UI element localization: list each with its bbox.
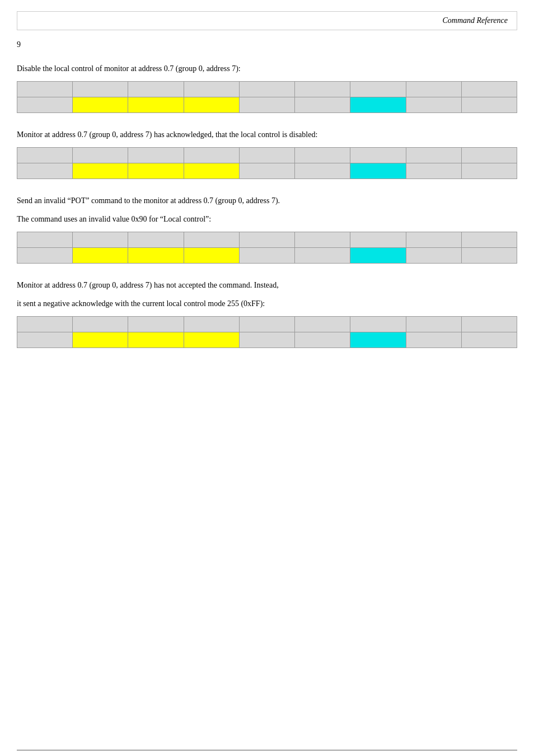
grid-cell (461, 248, 517, 264)
grid-cell-cyan (350, 163, 406, 179)
content-area: Disable the local control of monitor at … (17, 63, 517, 348)
grid-cell (350, 148, 406, 163)
grid-cell (295, 97, 350, 113)
grid-row (17, 148, 517, 163)
grid-cell (239, 248, 294, 264)
grid-cell-cyan (350, 332, 406, 348)
grid-cell (406, 332, 461, 348)
grid-cell-yellow (73, 332, 128, 348)
grid-cell (17, 97, 73, 113)
command-grid-4 (17, 316, 517, 348)
section-4-description-1: Monitor at address 0.7 (group 0, address… (17, 279, 517, 291)
section-1-description: Disable the local control of monitor at … (17, 63, 517, 74)
grid-cell (239, 148, 294, 163)
section-3-description-1: Send an invalid “POT” command to the mon… (17, 195, 517, 206)
grid-row (17, 163, 517, 179)
grid-cell (406, 97, 461, 113)
section-3: Send an invalid “POT” command to the mon… (17, 195, 517, 264)
grid-cell (128, 148, 184, 163)
grid-cell-yellow (128, 163, 184, 179)
grid-cell (128, 82, 184, 97)
grid-cell-yellow (128, 332, 184, 348)
grid-cell (406, 232, 461, 248)
grid-cell (239, 332, 294, 348)
grid-cell-yellow (184, 97, 239, 113)
grid-cell (406, 248, 461, 264)
grid-row (17, 82, 517, 97)
grid-cell-yellow (184, 332, 239, 348)
section-2: Monitor at address 0.7 (group 0, address… (17, 129, 517, 179)
grid-cell (17, 332, 73, 348)
grid-cell-yellow (73, 163, 128, 179)
grid-cell (128, 317, 184, 332)
grid-cell (350, 317, 406, 332)
grid-cell (295, 232, 350, 248)
grid-cell (461, 317, 517, 332)
grid-cell (295, 317, 350, 332)
grid-cell (350, 232, 406, 248)
grid-cell (461, 148, 517, 163)
grid-cell-yellow (73, 248, 128, 264)
grid-cell (17, 232, 73, 248)
grid-cell-yellow (184, 163, 239, 179)
grid-cell (295, 163, 350, 179)
command-grid-3 (17, 232, 517, 264)
grid-cell-yellow (73, 97, 128, 113)
grid-cell (73, 148, 128, 163)
grid-cell (461, 97, 517, 113)
grid-cell (239, 163, 294, 179)
grid-cell-yellow (128, 97, 184, 113)
page-number: 9 (17, 40, 534, 49)
grid-cell (17, 82, 73, 97)
grid-row (17, 232, 517, 248)
grid-cell-yellow (184, 248, 239, 264)
grid-cell (461, 332, 517, 348)
grid-cell (461, 82, 517, 97)
grid-cell (184, 232, 239, 248)
section-1: Disable the local control of monitor at … (17, 63, 517, 113)
grid-cell (73, 317, 128, 332)
command-grid-1 (17, 81, 517, 113)
grid-cell (406, 317, 461, 332)
grid-cell (239, 232, 294, 248)
header-title: Command Reference (443, 16, 508, 25)
grid-cell (295, 82, 350, 97)
grid-cell (461, 163, 517, 179)
grid-cell (406, 148, 461, 163)
grid-row (17, 97, 517, 113)
grid-cell-cyan (350, 248, 406, 264)
footer-divider (17, 750, 517, 750)
grid-cell (184, 148, 239, 163)
grid-cell (73, 82, 128, 97)
section-4-description-2: it sent a negative acknowledge with the … (17, 298, 517, 309)
grid-cell (184, 82, 239, 97)
grid-cell (17, 163, 73, 179)
grid-cell (239, 82, 294, 97)
grid-cell-cyan (350, 97, 406, 113)
section-3-description-2: The command uses an invalid value 0x90 f… (17, 213, 517, 225)
grid-cell (239, 97, 294, 113)
grid-cell (295, 148, 350, 163)
grid-cell-yellow (128, 248, 184, 264)
section-2-description: Monitor at address 0.7 (group 0, address… (17, 129, 517, 140)
grid-cell (17, 248, 73, 264)
command-grid-2 (17, 147, 517, 179)
page-header: Command Reference (17, 11, 517, 30)
grid-cell (73, 232, 128, 248)
grid-cell (406, 82, 461, 97)
grid-cell (295, 248, 350, 264)
grid-cell (350, 82, 406, 97)
grid-cell (128, 232, 184, 248)
grid-row (17, 317, 517, 332)
page-wrapper: Command Reference 9 Disable the local co… (0, 11, 534, 756)
grid-row (17, 332, 517, 348)
grid-cell (184, 317, 239, 332)
grid-row (17, 248, 517, 264)
section-4: Monitor at address 0.7 (group 0, address… (17, 279, 517, 348)
grid-cell (406, 163, 461, 179)
grid-cell (295, 332, 350, 348)
grid-cell (239, 317, 294, 332)
grid-cell (17, 317, 73, 332)
grid-cell (461, 232, 517, 248)
grid-cell (17, 148, 73, 163)
